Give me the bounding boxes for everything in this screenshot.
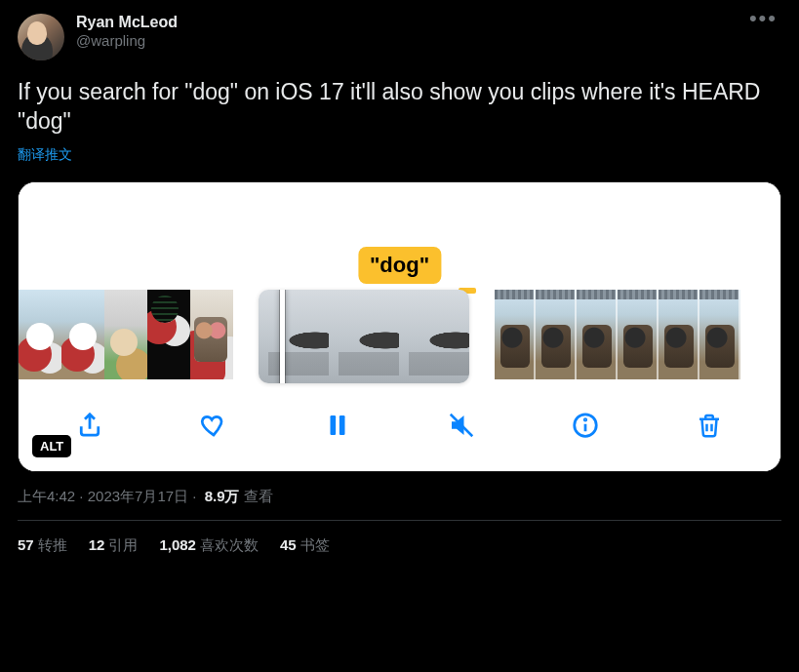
alt-badge[interactable]: ALT (32, 435, 71, 457)
stat-label: 转推 (38, 536, 67, 553)
thumbnail (19, 290, 61, 379)
views-count: 8.9万 (205, 488, 240, 504)
clip-group-1[interactable] (19, 290, 233, 383)
clip-group-3[interactable] (495, 290, 740, 383)
meta-dot: · (75, 488, 88, 504)
stat-quotes[interactable]: 12引用 (89, 536, 139, 555)
stat-count: 1,082 (159, 536, 196, 553)
thumbnail (104, 290, 147, 379)
thumbnail (577, 290, 618, 379)
display-name: Ryan McLeod (76, 14, 745, 31)
media-blank-area: "dog" (19, 182, 780, 290)
thumbnail (618, 290, 659, 379)
playhead-icon[interactable] (280, 290, 285, 383)
filmstrip[interactable] (19, 290, 780, 383)
thumbnail (259, 290, 329, 383)
thumbnail (536, 290, 577, 379)
thumbnail (699, 290, 740, 379)
handle: @warpling (76, 32, 745, 49)
share-icon (75, 411, 104, 440)
clip-group-2-active[interactable] (259, 290, 469, 383)
tweet-header: Ryan McLeod @warpling ••• (18, 14, 781, 60)
trash-icon (695, 411, 724, 440)
tweet-text: If you search for "dog" on iOS 17 it'll … (18, 78, 781, 137)
svg-point-5 (584, 418, 586, 420)
share-button[interactable] (69, 405, 110, 446)
media-toolbar (19, 383, 780, 471)
stat-count: 57 (18, 536, 34, 553)
heart-icon (199, 411, 228, 440)
stat-count: 12 (89, 536, 105, 553)
thumbnail (190, 290, 233, 379)
thumbnail (495, 290, 536, 379)
info-icon (571, 411, 600, 440)
media-card[interactable]: "dog" (18, 181, 781, 472)
stat-label: 喜欢次数 (200, 536, 259, 553)
meta-time[interactable]: 上午4:42 (18, 488, 75, 504)
speaker-mute-icon (447, 411, 476, 440)
views-label: 查看 (244, 488, 273, 504)
delete-button[interactable] (689, 405, 730, 446)
tweet-stats: 57转推 12引用 1,082喜欢次数 45书签 (18, 521, 781, 555)
meta-dot: · (188, 488, 201, 504)
stat-bookmarks[interactable]: 45书签 (280, 536, 330, 555)
thumbnail (61, 290, 104, 379)
stat-likes[interactable]: 1,082喜欢次数 (159, 536, 259, 555)
stat-retweets[interactable]: 57转推 (18, 536, 67, 555)
stat-label: 书签 (300, 536, 330, 553)
tweet-container: Ryan McLeod @warpling ••• If you search … (0, 0, 799, 555)
thumbnail (399, 290, 469, 383)
translate-link[interactable]: 翻译推文 (18, 146, 781, 164)
info-button[interactable] (565, 405, 606, 446)
search-token-badge: "dog" (358, 247, 441, 284)
svg-rect-0 (331, 415, 337, 435)
meta-date[interactable]: 2023年7月17日 (88, 488, 188, 504)
stat-count: 45 (280, 536, 297, 553)
more-icon[interactable]: ••• (745, 14, 781, 23)
stat-label: 引用 (108, 536, 138, 553)
pause-button[interactable] (317, 405, 358, 446)
pause-icon (323, 411, 352, 440)
avatar[interactable] (18, 14, 64, 60)
like-button[interactable] (193, 405, 234, 446)
svg-rect-1 (340, 415, 345, 435)
thumbnail (329, 290, 399, 383)
author-names[interactable]: Ryan McLeod @warpling (76, 14, 745, 49)
tweet-meta: 上午4:42 · 2023年7月17日 · 8.9万查看 (18, 488, 781, 506)
thumbnail (659, 290, 699, 379)
thumbnail (147, 290, 190, 379)
mute-button[interactable] (441, 405, 482, 446)
